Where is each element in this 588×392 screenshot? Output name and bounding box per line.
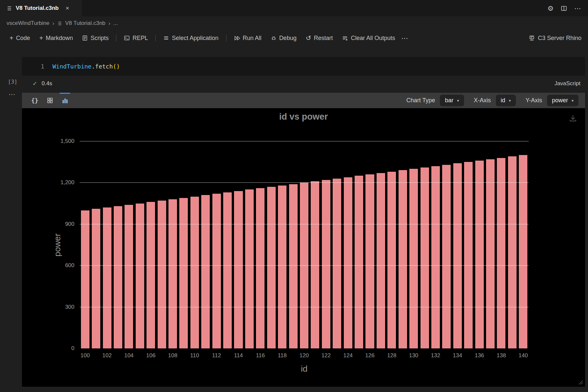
chevron-right-icon: ›	[108, 20, 110, 27]
breadcrumb-file[interactable]: V8 Tutorial.c3nb	[65, 20, 106, 27]
bar	[158, 201, 166, 348]
bar	[136, 204, 144, 348]
add-markdown-label: Markdown	[46, 35, 73, 42]
chart-controls: Chart Type bar ▾ X-Axis id ▾ Y-Axis powe…	[406, 95, 585, 106]
cell-menu-button[interactable]: ⋯	[9, 90, 16, 98]
y-axis: 03006009001,2001,500	[22, 141, 74, 348]
debug-button[interactable]: Debug	[268, 33, 300, 43]
x-tick-label: 102	[102, 352, 111, 359]
success-check-icon: ✓	[32, 80, 37, 87]
chevron-down-icon: ▾	[509, 98, 511, 103]
line-number: 1	[22, 63, 44, 70]
run-all-icon	[234, 35, 240, 41]
repl-icon	[124, 35, 130, 41]
chart-type-dropdown[interactable]: bar ▾	[440, 95, 464, 106]
kernel-selector[interactable]: C3 Server Rhino	[529, 35, 581, 42]
bug-icon	[271, 35, 277, 41]
restart-button[interactable]: ↺ Restart	[303, 33, 336, 43]
execution-duration: 0.4s	[42, 80, 52, 87]
gridline	[80, 183, 529, 183]
breadcrumb-more[interactable]: ...	[113, 20, 118, 27]
x-tick-label: 112	[212, 352, 221, 359]
x-tick-label: 106	[146, 352, 155, 359]
bar	[103, 207, 111, 348]
breadcrumb-project[interactable]: vsceWindTurbine	[7, 20, 49, 27]
code-editor[interactable]: 1 WindTurbine.fetch()	[22, 57, 585, 76]
cell-language[interactable]: JavaScript	[555, 80, 585, 87]
breadcrumb: vsceWindTurbine › V8 Tutorial.c3nb › ...	[0, 16, 588, 30]
tab-close-icon[interactable]: ×	[66, 5, 69, 12]
bar	[81, 210, 89, 348]
notebook-toolbar: + Code + Markdown Scripts REPL	[0, 30, 588, 46]
x-axis: 1001021041061081101121141161181201221241…	[80, 352, 529, 361]
select-application-button[interactable]: Select Application	[160, 33, 221, 43]
server-icon	[529, 35, 535, 41]
gear-icon[interactable]: ⚙	[547, 5, 554, 12]
bar	[421, 167, 429, 348]
toolbar-separator	[116, 35, 116, 41]
repl-button[interactable]: REPL	[121, 33, 151, 43]
braces-icon: {}	[31, 97, 38, 104]
output-view-tabs: {}	[22, 93, 72, 108]
gridline	[80, 224, 529, 224]
table-view-tab[interactable]	[42, 93, 57, 108]
tab-title: V8 Tutorial.c3nb	[16, 5, 59, 11]
cell-status-bar: ✓ 0.4s JavaScript	[22, 76, 585, 91]
add-code-cell-button[interactable]: + Code	[7, 33, 33, 43]
bar	[497, 158, 505, 348]
x-tick-label: 140	[519, 352, 528, 359]
bar	[399, 170, 407, 348]
scripts-label: Scripts	[90, 35, 108, 42]
x-tick-label: 108	[168, 352, 177, 359]
clear-all-outputs-label: Clear All Outputs	[351, 35, 395, 42]
bar	[508, 156, 517, 348]
editor-actions: ⚙ ⋯	[547, 0, 588, 16]
chevron-down-icon: ▾	[572, 98, 574, 103]
x-tick-label: 100	[81, 352, 90, 359]
bar	[453, 163, 462, 348]
bar-chart-icon	[62, 97, 68, 104]
x-tick-label: 134	[453, 352, 462, 359]
x-tick-label: 138	[497, 352, 506, 359]
x-tick-label: 124	[343, 352, 352, 359]
bar	[464, 162, 473, 348]
bar	[278, 186, 286, 348]
chevron-down-icon: ▾	[457, 98, 459, 103]
y-axis-control: Y-Axis power ▾	[526, 95, 578, 106]
plot-area	[80, 141, 529, 348]
split-editor-icon[interactable]	[561, 5, 567, 11]
bar	[311, 181, 319, 348]
x-tick-label: 132	[431, 352, 440, 359]
resize-handle-icon[interactable]	[578, 380, 583, 385]
gridline	[80, 265, 529, 266]
x-tick-label: 126	[365, 352, 374, 359]
json-view-tab[interactable]: {}	[27, 93, 42, 108]
chart-view-tab[interactable]	[57, 93, 72, 108]
chart-type-value: bar	[445, 97, 453, 104]
x-axis-label: X-Axis	[474, 97, 491, 104]
scripts-button[interactable]: Scripts	[79, 33, 111, 43]
x-tick-label: 128	[387, 352, 396, 359]
y-tick-label: 900	[65, 221, 74, 227]
restart-icon: ↺	[306, 35, 311, 41]
bar	[125, 205, 133, 348]
y-axis-dropdown[interactable]: power ▾	[547, 95, 578, 106]
bar	[409, 169, 418, 348]
run-all-label: Run All	[243, 35, 262, 42]
more-actions-icon[interactable]: ⋯	[574, 5, 581, 12]
add-markdown-cell-button[interactable]: + Markdown	[36, 33, 76, 43]
x-axis-dropdown[interactable]: id ▾	[496, 95, 516, 106]
tab-v8-tutorial[interactable]: V8 Tutorial.c3nb ×	[0, 0, 82, 16]
y-tick-label: 300	[65, 304, 74, 310]
bar	[289, 184, 298, 348]
download-chart-icon[interactable]	[569, 114, 577, 123]
toolbar-more-icon[interactable]: ⋯	[402, 35, 409, 42]
bar	[114, 206, 122, 348]
chart-type-control: Chart Type bar ▾	[406, 95, 464, 106]
clear-all-outputs-button[interactable]: Clear All Outputs	[339, 33, 398, 43]
y-tick-label: 1,500	[60, 138, 74, 145]
tab-bar: V8 Tutorial.c3nb × ⚙ ⋯	[0, 0, 588, 16]
bar	[519, 155, 527, 348]
list-icon	[163, 35, 169, 41]
run-all-button[interactable]: Run All	[231, 33, 265, 43]
